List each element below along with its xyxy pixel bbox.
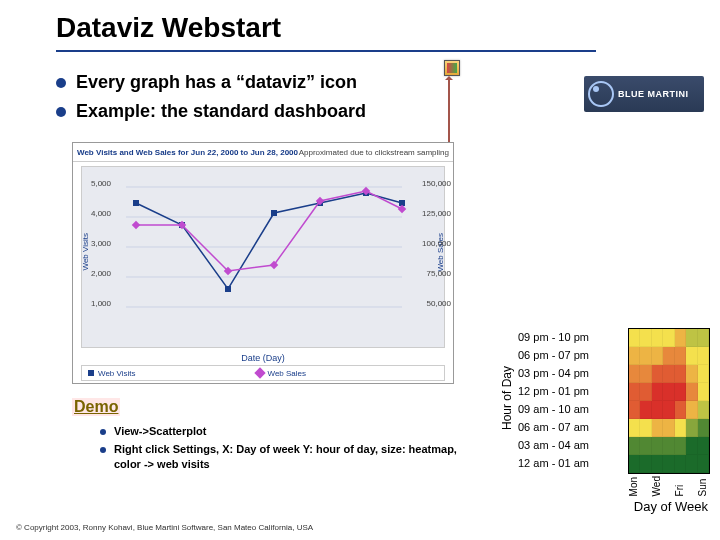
bullet-dot-icon xyxy=(56,78,66,88)
heatmap-cell xyxy=(686,365,697,383)
bullet-dot-icon xyxy=(100,447,106,453)
heatmap-chart: Hour of Day 09 pm - 10 pm06 pm - 07 pm 0… xyxy=(498,316,718,514)
dashboard-chart: Web Visits and Web Sales for Jun 22, 200… xyxy=(72,142,454,384)
heatmap-cell xyxy=(663,329,674,347)
heatmap-cell xyxy=(652,329,663,347)
heatmap-cell xyxy=(698,437,709,455)
chart-legend: Web Visits Web Sales xyxy=(81,365,445,381)
chart-title: Web Visits and Web Sales for Jun 22, 200… xyxy=(77,148,298,157)
logo-text: BLUE MARTINI xyxy=(618,89,689,99)
page-title: Dataviz Webstart xyxy=(56,12,281,44)
heatmap-cell xyxy=(686,329,697,347)
chart-plot-area xyxy=(81,166,445,348)
heatmap-cell xyxy=(652,419,663,437)
demo-link[interactable]: Demo xyxy=(72,398,120,416)
heatmap-cell xyxy=(663,365,674,383)
heatmap-cell xyxy=(675,383,686,401)
heatmap-cell xyxy=(675,401,686,419)
heatmap-cell xyxy=(640,383,651,401)
heatmap-cell xyxy=(640,401,651,419)
heatmap-cell xyxy=(652,437,663,455)
sub-bullet-item: Right click Settings, X: Day of week Y: … xyxy=(100,442,480,471)
sub-bullet-text: View->Scatterplot xyxy=(114,424,206,438)
heatmap-cell xyxy=(652,383,663,401)
heatmap-cell xyxy=(686,437,697,455)
heatmap-cell xyxy=(686,419,697,437)
legend-marker-diamond-icon xyxy=(254,367,265,378)
legend-series-1: Web Visits xyxy=(98,369,136,378)
heatmap-cell xyxy=(698,383,709,401)
heatmap-cell xyxy=(675,419,686,437)
heatmap-cell xyxy=(629,329,640,347)
heatmap-cell xyxy=(629,365,640,383)
blue-martini-logo: BLUE MARTINI xyxy=(584,76,704,112)
heatmap-cell xyxy=(686,401,697,419)
heatmap-cell xyxy=(640,455,651,473)
svg-rect-8 xyxy=(271,210,277,216)
callout-arrow xyxy=(448,78,450,146)
heatmap-cell xyxy=(663,455,674,473)
heatmap-cell xyxy=(698,347,709,365)
heatmap-cell xyxy=(686,455,697,473)
heatmap-cell xyxy=(629,401,640,419)
svg-rect-18 xyxy=(398,205,406,213)
heatmap-cell xyxy=(698,419,709,437)
heatmap-grid xyxy=(628,328,710,474)
heatmap-cell xyxy=(652,455,663,473)
heatmap-cell xyxy=(663,347,674,365)
heatmap-cell xyxy=(698,329,709,347)
heatmap-cell xyxy=(686,383,697,401)
heatmap-cell xyxy=(652,401,663,419)
title-underline xyxy=(56,50,596,52)
svg-rect-5 xyxy=(133,200,139,206)
bullet-item: Every graph has a “dataviz” icon xyxy=(56,72,366,93)
heatmap-cell xyxy=(629,437,640,455)
heatmap-cell xyxy=(629,455,640,473)
heatmap-cell xyxy=(675,455,686,473)
heatmap-cell xyxy=(629,419,640,437)
heatmap-x-label: Day of Week xyxy=(634,499,708,514)
svg-rect-12 xyxy=(132,221,140,229)
heatmap-cell xyxy=(652,347,663,365)
legend-marker-square-icon xyxy=(88,370,94,376)
heatmap-cell xyxy=(675,365,686,383)
chart-title-bar: Web Visits and Web Sales for Jun 22, 200… xyxy=(73,143,453,162)
heatmap-cell xyxy=(640,365,651,383)
heatmap-cell xyxy=(675,437,686,455)
bullet-dot-icon xyxy=(56,107,66,117)
heatmap-cell xyxy=(663,401,674,419)
copyright-text: © Copyright 2003, Ronny Kohavi, Blue Mar… xyxy=(16,523,313,532)
legend-series-2: Web Sales xyxy=(268,369,307,378)
sub-bullet-text: Right click Settings, X: Day of week Y: … xyxy=(114,442,480,471)
heatmap-cell xyxy=(652,365,663,383)
heatmap-cell xyxy=(686,347,697,365)
bullet-text: Example: the standard dashboard xyxy=(76,101,366,122)
heatmap-cell xyxy=(698,401,709,419)
heatmap-cell xyxy=(640,437,651,455)
heatmap-cell xyxy=(698,455,709,473)
demo-instructions: View->Scatterplot Right click Settings, … xyxy=(100,424,480,475)
logo-swirl-icon xyxy=(588,81,614,107)
heatmap-cell xyxy=(663,383,674,401)
heatmap-cell xyxy=(663,437,674,455)
x-axis-label: Date (Day) xyxy=(241,353,285,363)
heatmap-cell xyxy=(698,365,709,383)
sub-bullet-item: View->Scatterplot xyxy=(100,424,480,438)
heatmap-cell xyxy=(675,329,686,347)
svg-rect-7 xyxy=(225,286,231,292)
heatmap-x-ticks: MonWed FriSun xyxy=(628,476,708,496)
main-bullets: Every graph has a “dataviz” icon Example… xyxy=(56,72,366,130)
bullet-dot-icon xyxy=(100,429,106,435)
heatmap-cell xyxy=(640,419,651,437)
heatmap-cell xyxy=(640,347,651,365)
heatmap-cell xyxy=(629,347,640,365)
bullet-text: Every graph has a “dataviz” icon xyxy=(76,72,357,93)
heatmap-cell xyxy=(629,383,640,401)
heatmap-y-ticks: 09 pm - 10 pm06 pm - 07 pm 03 pm - 04 pm… xyxy=(518,328,589,472)
heatmap-cell xyxy=(663,419,674,437)
heatmap-cell xyxy=(640,329,651,347)
heatmap-y-label: Hour of Day xyxy=(500,366,514,430)
bullet-item: Example: the standard dashboard xyxy=(56,101,366,122)
heatmap-cell xyxy=(675,347,686,365)
chart-subtitle: Approximated due to clickstream sampling xyxy=(299,148,449,157)
